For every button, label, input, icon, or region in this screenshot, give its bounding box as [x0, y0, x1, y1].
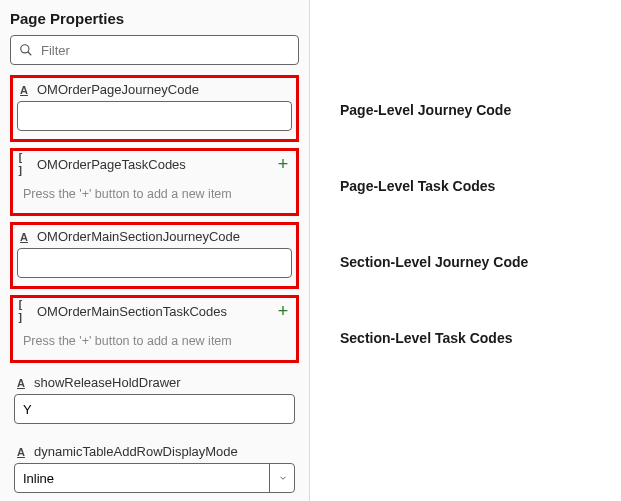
- property-header: AOMOrderPageJourneyCode: [17, 82, 292, 97]
- property-label-row: AOMOrderPageJourneyCode: [17, 82, 199, 97]
- property-header: [ ]OMOrderPageTaskCodes+: [17, 155, 292, 173]
- svg-line-1: [28, 52, 32, 56]
- property-label-row: AdynamicTableAddRowDisplayMode: [14, 444, 238, 459]
- panel-title: Page Properties: [10, 10, 299, 27]
- filter-box[interactable]: [10, 35, 299, 65]
- property-label: showReleaseHoldDrawer: [34, 375, 181, 390]
- add-item-button[interactable]: +: [274, 302, 292, 320]
- search-icon: [19, 43, 33, 57]
- property-header: AshowReleaseHoldDrawer: [14, 375, 295, 390]
- property-dynamicTableAddRowDisplayMode: AdynamicTableAddRowDisplayMode: [10, 438, 299, 501]
- annotation-label: Section-Level Journey Code: [340, 254, 528, 270]
- property-showReleaseHoldDrawer: AshowReleaseHoldDrawer: [10, 369, 299, 432]
- property-label: OMOrderPageJourneyCode: [37, 82, 199, 97]
- property-header: AOMOrderMainSectionJourneyCode: [17, 229, 292, 244]
- array-empty-hint: Press the '+' button to add a new item: [17, 177, 292, 205]
- text-type-icon: A: [14, 445, 28, 459]
- property-input[interactable]: [14, 394, 295, 424]
- properties-panel: Page Properties AOMOrderPageJourneyCode[…: [0, 0, 310, 501]
- property-label: OMOrderPageTaskCodes: [37, 157, 186, 172]
- property-input[interactable]: [17, 101, 292, 131]
- property-OMOrderPageTaskCodes: [ ]OMOrderPageTaskCodes+Press the '+' bu…: [10, 148, 299, 216]
- property-label: dynamicTableAddRowDisplayMode: [34, 444, 238, 459]
- annotation-label: Page-Level Journey Code: [340, 102, 511, 118]
- array-empty-hint: Press the '+' button to add a new item: [17, 324, 292, 352]
- text-type-icon: A: [17, 83, 31, 97]
- property-label: OMOrderMainSectionJourneyCode: [37, 229, 240, 244]
- property-label-row: AOMOrderMainSectionJourneyCode: [17, 229, 240, 244]
- text-type-icon: A: [17, 230, 31, 244]
- property-OMOrderMainSectionJourneyCode: AOMOrderMainSectionJourneyCode: [10, 222, 299, 289]
- filter-input[interactable]: [41, 43, 290, 58]
- property-select-wrap: [14, 463, 295, 493]
- array-type-icon: [ ]: [17, 157, 31, 171]
- property-label-row: [ ]OMOrderPageTaskCodes: [17, 157, 186, 172]
- property-label: OMOrderMainSectionTaskCodes: [37, 304, 227, 319]
- property-OMOrderPageJourneyCode: AOMOrderPageJourneyCode: [10, 75, 299, 142]
- property-OMOrderMainSectionTaskCodes: [ ]OMOrderMainSectionTaskCodes+Press the…: [10, 295, 299, 363]
- property-label-row: AshowReleaseHoldDrawer: [14, 375, 181, 390]
- property-label-row: [ ]OMOrderMainSectionTaskCodes: [17, 304, 227, 319]
- text-type-icon: A: [14, 376, 28, 390]
- annotation-label: Section-Level Task Codes: [340, 330, 512, 346]
- annotation-label: Page-Level Task Codes: [340, 178, 495, 194]
- annotation-area: Page-Level Journey CodePage-Level Task C…: [310, 0, 621, 501]
- add-item-button[interactable]: +: [274, 155, 292, 173]
- property-input[interactable]: [17, 248, 292, 278]
- svg-point-0: [21, 45, 29, 53]
- property-select[interactable]: [14, 463, 295, 493]
- property-header: AdynamicTableAddRowDisplayMode: [14, 444, 295, 459]
- property-header: [ ]OMOrderMainSectionTaskCodes+: [17, 302, 292, 320]
- array-type-icon: [ ]: [17, 304, 31, 318]
